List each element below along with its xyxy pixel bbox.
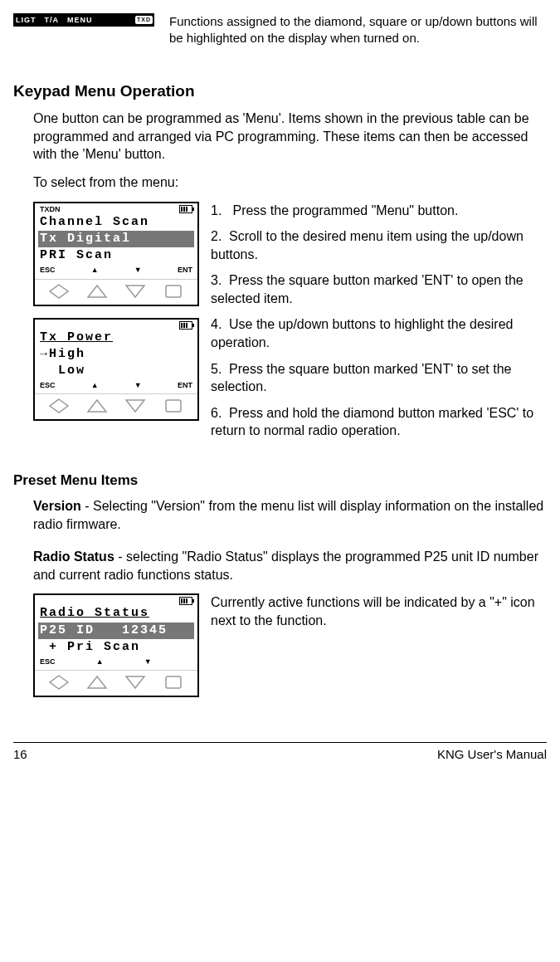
svg-marker-1 (88, 286, 106, 297)
lcd2-line3: Low (35, 363, 197, 379)
svg-rect-7 (166, 400, 181, 412)
bar-txd: TXD (135, 16, 153, 23)
step-2-text: Scroll to the desired menu item using th… (211, 229, 523, 261)
sk-ent: ENT (178, 380, 192, 390)
lcd1-header: TXDN (35, 203, 197, 214)
step-1-text: Press the programmed "Menu" button. (232, 203, 458, 217)
bar-menu: MENU (67, 15, 93, 25)
sk-esc: ESC (40, 657, 56, 667)
svg-marker-0 (50, 285, 68, 298)
svg-rect-3 (166, 286, 181, 297)
preset-body: Version - Selecting "Version" from the m… (33, 497, 547, 709)
footer-title: KNG User's Manual (437, 746, 547, 763)
diamond-button-icon (46, 398, 71, 414)
svg-rect-11 (166, 676, 181, 688)
lcd1-line1: Channel Scan (35, 214, 197, 231)
sk-down: ▼ (134, 265, 142, 275)
step-5: 5.Press the square button marked 'ENT' t… (211, 360, 547, 396)
lcd1-buttons (35, 279, 197, 301)
page-footer: 16 KNG User's Manual (13, 742, 547, 763)
step-3-text: Press the square button marked 'ENT' to … (211, 273, 523, 305)
square-button-icon (161, 283, 186, 300)
sk-up: ▲ (91, 380, 99, 390)
radio-status-label: Radio Status (33, 549, 114, 564)
function-highlight-bar: LIGT T/A MENU TXD (13, 13, 154, 27)
step-2: 2.Scroll to the desired menu item using … (211, 227, 547, 263)
lcd1-softkeys: ESC ▲ ▼ ENT (35, 264, 197, 276)
lcd1-line2-highlighted: Tx Digital (38, 231, 194, 247)
top-caption: Functions assigned to the diamond, squar… (169, 13, 547, 47)
sk-esc: ESC (40, 380, 56, 390)
top-row: LIGT T/A MENU TXD Functions assigned to … (13, 13, 547, 47)
radio-side-text: Currently active functions will be indic… (211, 593, 547, 629)
svg-marker-2 (126, 286, 144, 297)
svg-marker-5 (88, 400, 106, 412)
svg-marker-10 (126, 676, 144, 688)
radio-status-para: Radio Status - selecting "Radio Status" … (33, 548, 547, 584)
keypad-body: One button can be programmed as 'Menu'. … (33, 110, 547, 448)
keypad-p2: To select from the menu: (33, 173, 547, 192)
sk-down: ▼ (134, 380, 142, 390)
step-6-text: Press and hold the diamond button marked… (211, 406, 533, 438)
lcd3-header (35, 595, 197, 605)
lcd-radio-status: Radio Status P25 ID 12345 + Pri Scan ESC… (33, 593, 199, 697)
battery-icon (179, 597, 192, 605)
sk-esc: ESC (40, 265, 56, 275)
steps: 1. Press the programmed "Menu" button. 2… (211, 202, 547, 449)
down-button-icon (123, 283, 148, 300)
lcd2-line1: Tx Power (35, 330, 197, 346)
version-label: Version (33, 499, 81, 513)
diamond-button-icon (46, 674, 71, 691)
square-button-icon (161, 674, 186, 691)
square-button-icon (161, 398, 186, 414)
battery-icon (179, 205, 192, 213)
svg-marker-4 (50, 399, 68, 413)
step-4: 4.Use the up/down buttons to highlight t… (211, 315, 547, 351)
version-para: Version - Selecting "Version" from the m… (33, 497, 547, 533)
step-4-text: Use the up/down buttons to highlight the… (211, 317, 513, 349)
sk-up: ▲ (91, 265, 99, 275)
lcd3-line2-highlighted: P25 ID 12345 (38, 623, 194, 639)
lcd2-softkeys: ESC ▲ ▼ ENT (35, 379, 197, 392)
step-1: 1. Press the programmed "Menu" button. (211, 202, 547, 220)
lcd2-line2: →High (35, 346, 197, 363)
step-5-text: Press the square button marked 'ENT' to … (211, 362, 512, 394)
svg-marker-9 (88, 676, 106, 688)
version-text: - Selecting "Version" from the menu list… (33, 499, 543, 531)
down-button-icon (123, 674, 148, 691)
lcd3-line3: + Pri Scan (35, 639, 197, 656)
up-button-icon (85, 674, 110, 691)
lcd-column: TXDN Channel Scan Tx Digital PRI Scan ES… (33, 202, 199, 433)
lcd3-line1: Radio Status (35, 605, 197, 622)
step-6: 6.Press and hold the diamond button mark… (211, 404, 547, 440)
radio-status-row: Radio Status P25 ID 12345 + Pri Scan ESC… (33, 593, 547, 709)
lcd-tx-power: Tx Power →High Low ESC ▲ ▼ ENT (33, 318, 199, 422)
svg-marker-8 (50, 676, 68, 689)
down-button-icon (123, 398, 148, 414)
lcd3-buttons (35, 670, 197, 692)
lcd2-header (35, 320, 197, 330)
lcd-menu-list: TXDN Channel Scan Tx Digital PRI Scan ES… (33, 202, 199, 306)
heading-preset: Preset Menu Items (13, 471, 547, 491)
bar-ta: T/A (45, 15, 60, 25)
lcd3-softkeys: ESC ▲ ▼ (35, 656, 197, 668)
up-button-icon (85, 398, 110, 414)
lcd2-buttons (35, 393, 197, 416)
sk-ent: ENT (178, 265, 192, 275)
menu-row: TXDN Channel Scan Tx Digital PRI Scan ES… (33, 202, 547, 449)
lcd1-line3: PRI Scan (35, 247, 197, 264)
step-3: 3.Press the square button marked 'ENT' t… (211, 271, 547, 307)
sk-up: ▲ (96, 657, 104, 667)
keypad-p1: One button can be programmed as 'Menu'. … (33, 110, 547, 164)
lcd1-hdr-text: TXDN (40, 204, 61, 214)
diamond-button-icon (46, 283, 71, 300)
page-number: 16 (13, 746, 27, 763)
up-button-icon (85, 283, 110, 300)
bar-ligt: LIGT (16, 15, 37, 25)
battery-icon (179, 321, 192, 330)
sk-down: ▼ (144, 657, 152, 667)
heading-keypad: Keypad Menu Operation (13, 81, 547, 102)
svg-marker-6 (126, 400, 144, 412)
